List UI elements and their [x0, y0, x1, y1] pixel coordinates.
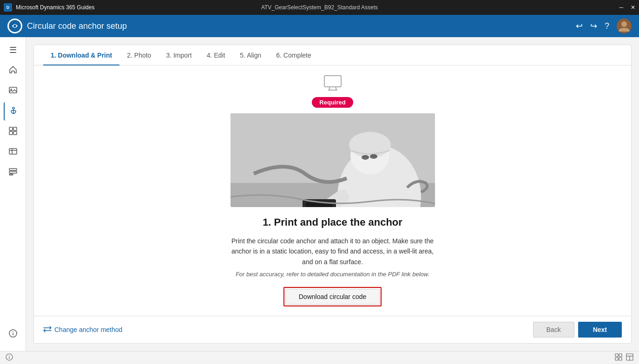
- status-info-icon[interactable]: [6, 353, 13, 362]
- table-icon: [8, 147, 18, 158]
- app-header-left: Circular code anchor setup: [7, 19, 127, 33]
- svg-rect-11: [13, 131, 17, 135]
- status-layout-icon[interactable]: [626, 353, 633, 362]
- close-button[interactable]: ✕: [631, 4, 635, 11]
- change-anchor-icon: [43, 326, 52, 334]
- redo-button[interactable]: ↪: [590, 21, 597, 31]
- wizard-footer: Change anchor method Back Next: [34, 316, 631, 343]
- info-icon: [8, 329, 18, 340]
- main-layout: ☰: [0, 37, 639, 351]
- app-title: Circular code anchor setup: [27, 21, 127, 31]
- sidebar-item-image[interactable]: [4, 82, 22, 100]
- step-description: Print the circular code anchor and attac…: [231, 236, 435, 267]
- svg-point-30: [362, 155, 369, 160]
- anchor-image-svg: [231, 113, 435, 207]
- svg-rect-9: [13, 127, 17, 130]
- title-bar-left: D Microsoft Dynamics 365 Guides: [4, 3, 94, 12]
- step-title: 1. Print and place the anchor: [263, 216, 402, 228]
- svg-rect-10: [9, 131, 13, 135]
- status-bar-left: [6, 353, 13, 362]
- title-bar: D Microsoft Dynamics 365 Guides ATV_Gear…: [0, 0, 639, 15]
- app-logo: [7, 19, 22, 33]
- avatar-image: [617, 19, 632, 33]
- app-header: Circular code anchor setup ↩ ↪ ?: [0, 15, 639, 37]
- svg-rect-4: [9, 87, 17, 93]
- svg-line-22: [329, 87, 330, 90]
- tab-edit[interactable]: 4. Edit: [199, 45, 233, 65]
- sidebar-item-menu[interactable]: ☰: [4, 41, 22, 59]
- svg-rect-15: [9, 169, 17, 170]
- wizard-body: Required: [34, 65, 631, 316]
- tab-align[interactable]: 5. Align: [232, 45, 269, 65]
- download-button-wrapper: Download circular code: [283, 287, 382, 306]
- anchor-icon: [9, 106, 18, 117]
- menu-icon: ☰: [9, 45, 17, 55]
- svg-rect-17: [9, 174, 13, 175]
- content-area: 1. Download & Print 2. Photo 3. Import 4…: [26, 37, 639, 351]
- anchor-image: [231, 113, 435, 207]
- sidebar-item-anchor[interactable]: [4, 102, 22, 121]
- sidebar-item-home[interactable]: [4, 61, 22, 80]
- status-grid-icon[interactable]: [615, 353, 622, 362]
- back-button: Back: [533, 322, 574, 338]
- user-avatar[interactable]: [617, 19, 632, 33]
- file-name: ATV_GearSelectSystem_B92_Standard Assets: [261, 4, 378, 11]
- dynamics-logo-svg: [8, 20, 21, 32]
- required-badge: Required: [312, 97, 353, 108]
- tabs-bar: 1. Download & Print 2. Photo 3. Import 4…: [34, 45, 631, 65]
- tab-complete[interactable]: 6. Complete: [269, 45, 318, 65]
- home-icon: [8, 65, 18, 77]
- app-icon: D: [4, 3, 12, 12]
- image-icon: [8, 85, 18, 97]
- sidebar-item-apps[interactable]: [4, 123, 22, 141]
- app-name: Microsoft Dynamics 365 Guides: [16, 4, 94, 11]
- app-header-right: ↩ ↪ ?: [576, 19, 632, 33]
- status-bar-right: [615, 353, 633, 362]
- svg-line-23: [336, 87, 336, 90]
- svg-point-3: [621, 21, 627, 27]
- download-circular-code-button[interactable]: Download circular code: [285, 289, 380, 305]
- svg-rect-21: [324, 76, 341, 87]
- tab-download-print[interactable]: 1. Download & Print: [43, 45, 119, 65]
- sidebar-bottom: [4, 325, 22, 351]
- apps-icon: [8, 126, 18, 138]
- undo-button[interactable]: ↩: [576, 21, 583, 31]
- sidebar-item-table[interactable]: [4, 143, 22, 162]
- title-bar-controls: ─ ✕: [619, 4, 635, 11]
- sidebar-item-grid[interactable]: [4, 163, 22, 182]
- svg-rect-16: [9, 171, 17, 173]
- svg-rect-47: [619, 354, 622, 357]
- monitor-icon: [323, 75, 342, 95]
- svg-point-5: [10, 88, 12, 90]
- change-anchor-label: Change anchor method: [54, 326, 122, 333]
- grid-icon: [8, 167, 18, 179]
- wizard-panel: 1. Download & Print 2. Photo 3. Import 4…: [33, 45, 632, 344]
- svg-rect-48: [615, 358, 618, 360]
- tab-photo[interactable]: 2. Photo: [119, 45, 158, 65]
- change-anchor-method-link[interactable]: Change anchor method: [43, 326, 122, 334]
- svg-point-1: [13, 25, 16, 27]
- svg-rect-8: [9, 127, 13, 130]
- svg-point-31: [370, 154, 377, 159]
- sidebar-item-info[interactable]: [4, 325, 22, 344]
- status-bar: [0, 351, 639, 364]
- svg-point-6: [13, 107, 14, 109]
- svg-rect-12: [9, 149, 17, 154]
- footer-nav: Back Next: [533, 322, 622, 338]
- svg-point-45: [9, 355, 10, 356]
- step-note: For best accuracy, refer to detailed doc…: [236, 271, 429, 278]
- tab-import[interactable]: 3. Import: [158, 45, 199, 65]
- help-button[interactable]: ?: [605, 21, 609, 31]
- next-button[interactable]: Next: [578, 322, 622, 338]
- minimize-button[interactable]: ─: [619, 4, 623, 11]
- svg-point-20: [13, 331, 13, 332]
- svg-rect-49: [619, 358, 622, 360]
- svg-rect-46: [615, 354, 618, 357]
- sidebar: ☰: [0, 37, 26, 351]
